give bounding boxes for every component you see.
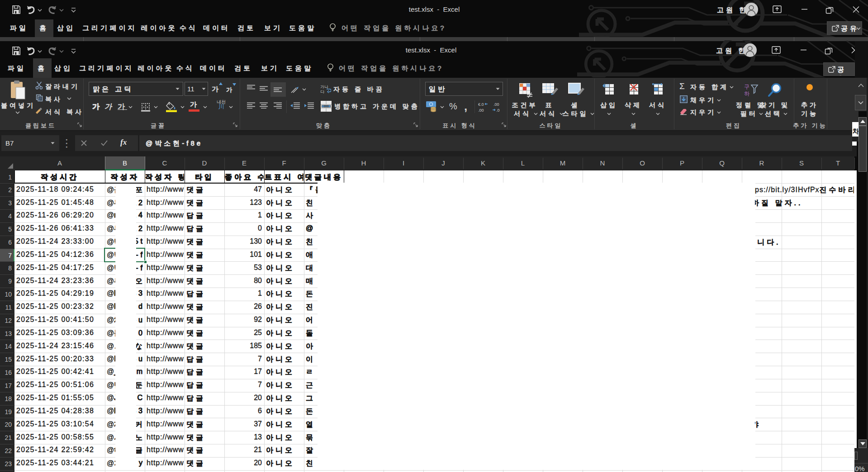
svg-text:구: 구 — [744, 84, 749, 90]
svg-text:.00: .00 — [478, 108, 484, 113]
svg-text:€.0: €.0 — [478, 102, 484, 107]
svg-text:하: 하 — [744, 90, 749, 97]
svg-text:가나: 가나 — [320, 85, 328, 89]
svg-text:다: 다 — [320, 90, 325, 94]
svg-text:.0: .0 — [496, 108, 500, 113]
svg-text:.00: .00 — [493, 102, 499, 107]
